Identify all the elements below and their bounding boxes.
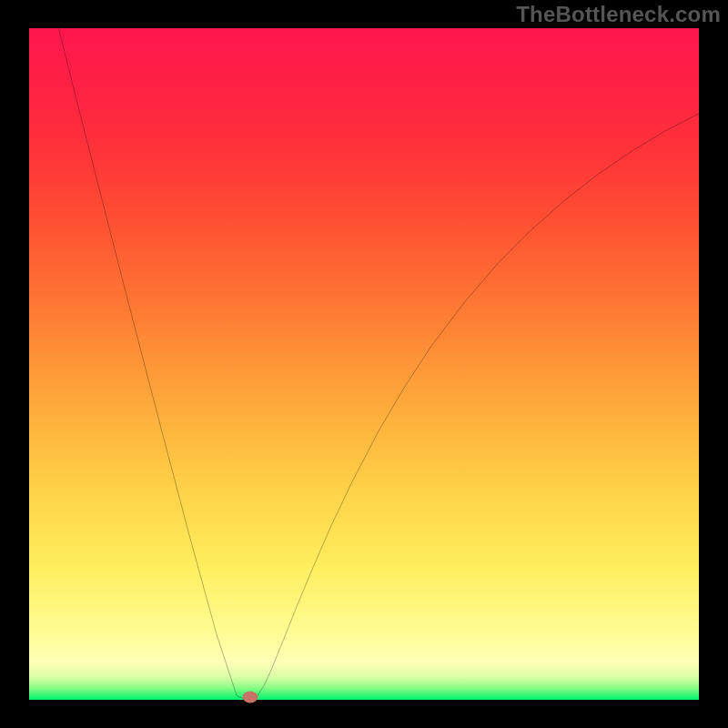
watermark-text: TheBottleneck.com	[516, 2, 721, 27]
bottleneck-curve	[58, 28, 699, 700]
chart-plot-area	[29, 28, 699, 700]
optimal-point-marker	[242, 692, 258, 703]
curve-svg	[29, 28, 699, 700]
